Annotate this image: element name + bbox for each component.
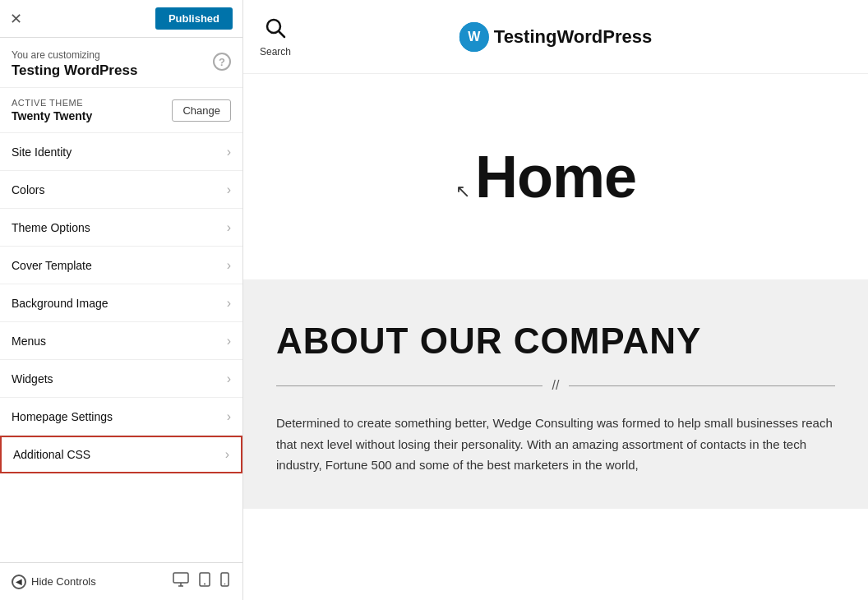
about-text: Determined to create something better, W… bbox=[276, 413, 835, 476]
preview-header: Search W TestingWordPress bbox=[243, 0, 868, 74]
about-section: ABOUT OUR COMPANY // Determined to creat… bbox=[243, 279, 868, 509]
chevron-right-icon: › bbox=[227, 409, 231, 424]
chevron-right-icon: › bbox=[227, 296, 231, 311]
theme-label: Active theme bbox=[12, 98, 92, 108]
svg-text:W: W bbox=[468, 30, 481, 44]
chevron-right-icon: › bbox=[227, 145, 231, 159]
svg-rect-0 bbox=[173, 573, 188, 583]
sidebar-item-label: Theme Options bbox=[12, 221, 90, 234]
theme-name: Twenty Twenty bbox=[12, 109, 92, 122]
sidebar-item-label: Site Identity bbox=[12, 145, 72, 159]
chevron-right-icon: › bbox=[227, 258, 231, 273]
customizing-label: You are customizing bbox=[12, 49, 137, 61]
sidebar-item-additional-css[interactable]: Additional CSS › bbox=[0, 436, 242, 473]
site-logo-text: TestingWordPress bbox=[494, 26, 652, 48]
desktop-icon[interactable] bbox=[171, 570, 191, 593]
hero-title: Home bbox=[475, 143, 636, 210]
svg-point-7 bbox=[267, 20, 280, 33]
svg-point-4 bbox=[204, 584, 205, 585]
chevron-right-icon: › bbox=[227, 372, 231, 386]
nav-list: Site Identity › Colors › Theme Options ›… bbox=[0, 133, 242, 562]
about-divider: // bbox=[276, 378, 835, 393]
sidebar: ✕ Published You are customizing Testing … bbox=[0, 0, 243, 600]
search-label: Search bbox=[260, 46, 291, 58]
hero-section: ↖ Home bbox=[243, 74, 868, 279]
sidebar-item-colors[interactable]: Colors › bbox=[0, 171, 242, 209]
cursor-indicator: ↖ bbox=[455, 181, 470, 202]
device-icons bbox=[171, 570, 231, 593]
sidebar-item-widgets[interactable]: Widgets › bbox=[0, 360, 242, 398]
hide-controls-label: Hide Controls bbox=[31, 575, 96, 588]
sidebar-item-label: Background Image bbox=[12, 297, 108, 310]
arrow-left-icon: ◀ bbox=[12, 575, 26, 589]
theme-section: Active theme Twenty Twenty Change bbox=[0, 88, 242, 133]
sidebar-item-label: Menus bbox=[12, 335, 46, 348]
about-title: ABOUT OUR COMPANY bbox=[276, 321, 835, 362]
sidebar-item-background-image[interactable]: Background Image › bbox=[0, 284, 242, 322]
chevron-right-icon: › bbox=[227, 334, 231, 348]
help-icon[interactable]: ? bbox=[213, 53, 231, 71]
sidebar-item-label: Homepage Settings bbox=[12, 410, 113, 423]
sidebar-item-label: Additional CSS bbox=[13, 448, 90, 461]
sidebar-item-label: Colors bbox=[12, 183, 44, 196]
mobile-icon[interactable] bbox=[219, 570, 231, 593]
hide-controls-button[interactable]: ◀ Hide Controls bbox=[12, 575, 96, 589]
sidebar-item-menus[interactable]: Menus › bbox=[0, 322, 242, 360]
search-icon bbox=[264, 16, 287, 44]
chevron-right-icon: › bbox=[227, 220, 231, 235]
chevron-right-icon: › bbox=[227, 182, 231, 197]
svg-line-8 bbox=[279, 31, 285, 37]
sidebar-item-label: Cover Template bbox=[12, 259, 92, 272]
site-logo-area: W TestingWordPress bbox=[459, 22, 652, 52]
customizing-section: You are customizing Testing WordPress ? bbox=[0, 38, 242, 88]
sidebar-item-homepage-settings[interactable]: Homepage Settings › bbox=[0, 398, 242, 436]
sidebar-item-label: Widgets bbox=[12, 372, 53, 385]
sidebar-header: ✕ Published bbox=[0, 0, 242, 38]
published-button[interactable]: Published bbox=[155, 7, 233, 30]
svg-point-6 bbox=[224, 584, 226, 585]
divider-line-left bbox=[276, 385, 542, 386]
sidebar-footer: ◀ Hide Controls bbox=[0, 562, 242, 600]
close-icon: ✕ bbox=[10, 11, 22, 27]
logo-icon: W bbox=[459, 22, 489, 52]
sidebar-item-theme-options[interactable]: Theme Options › bbox=[0, 209, 242, 247]
divider-line-right bbox=[569, 385, 835, 386]
sidebar-item-cover-template[interactable]: Cover Template › bbox=[0, 247, 242, 284]
site-title: Testing WordPress bbox=[12, 62, 137, 79]
change-theme-button[interactable]: Change bbox=[172, 99, 231, 122]
search-button[interactable]: Search bbox=[260, 16, 291, 58]
close-button[interactable]: ✕ bbox=[10, 7, 29, 31]
sidebar-item-site-identity[interactable]: Site Identity › bbox=[0, 133, 242, 171]
chevron-right-icon: › bbox=[225, 447, 229, 462]
divider-symbol: // bbox=[552, 378, 560, 393]
preview-area: Search W TestingWordPress ↖ Home ABOUT O… bbox=[243, 0, 868, 600]
tablet-icon[interactable] bbox=[197, 570, 212, 593]
